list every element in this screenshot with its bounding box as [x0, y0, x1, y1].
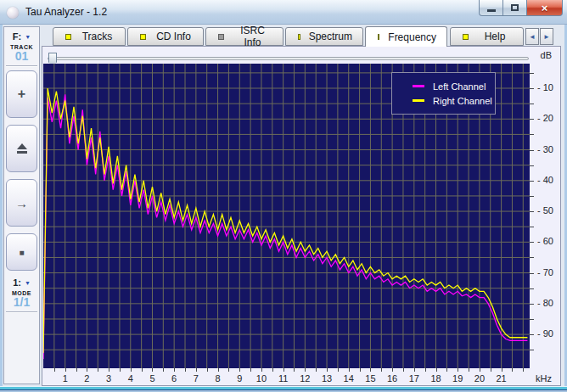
x-tick: [305, 368, 306, 372]
titlebar[interactable]: Tau Analyzer - 1.2 ×: [0, 0, 567, 25]
drive-selector-value: F:: [13, 31, 21, 42]
x-tick: [446, 368, 447, 372]
tab-tracks[interactable]: Tracks: [53, 27, 126, 46]
x-tick: [120, 368, 121, 372]
mode-value: 1/1: [4, 296, 39, 309]
y-tick-label: - 40: [537, 175, 561, 185]
x-tick-label: 1: [57, 373, 74, 384]
divider: [6, 65, 37, 67]
x-tick: [414, 368, 415, 372]
x-tick: [392, 368, 393, 372]
x-tick: [327, 368, 328, 372]
caption-buttons: ×: [479, 0, 563, 16]
tab-scroll-right-button[interactable]: ►: [540, 28, 553, 45]
tab-help[interactable]: Help: [450, 27, 524, 46]
x-tick: [523, 368, 524, 372]
x-tick: [512, 368, 513, 372]
tab-scroll-left-button[interactable]: ◄: [525, 28, 539, 45]
x-tick: [403, 368, 404, 372]
x-tick-label: 18: [428, 373, 445, 384]
next-button[interactable]: →: [6, 179, 37, 227]
y-tick-label: - 80: [537, 298, 561, 308]
x-tick-label: 9: [231, 373, 248, 384]
tab-bar: Tracks CD Info ISRC Info Spectrum Freque…: [42, 26, 561, 46]
x-tick: [54, 368, 55, 372]
add-track-button[interactable]: +: [6, 70, 37, 118]
x-tick: [436, 368, 437, 372]
x-tick-label: 14: [340, 373, 357, 384]
x-tick: [196, 368, 197, 372]
led-icon: [218, 34, 224, 40]
y-tick: [530, 227, 534, 227]
x-tick: [502, 368, 502, 372]
x-tick: [185, 368, 186, 372]
y-tick: [530, 304, 534, 305]
x-tick: [284, 368, 284, 372]
close-icon: ×: [542, 3, 548, 14]
x-tick: [316, 368, 317, 372]
window-title: Tau Analyzer - 1.2: [25, 6, 107, 18]
x-tick: [370, 368, 371, 372]
minimize-button[interactable]: [479, 0, 503, 16]
y-tick: [530, 350, 534, 350]
tab-cd-info[interactable]: CD Info: [127, 27, 204, 46]
tab-isrc-info[interactable]: ISRC Info: [205, 27, 284, 46]
y-tick-label: - 10: [537, 82, 561, 92]
stop-icon: ■: [19, 248, 24, 257]
y-tick-label: - 20: [537, 113, 561, 123]
right-arrow-icon: ►: [543, 33, 550, 41]
x-tick-label: 13: [318, 373, 335, 384]
led-icon: [378, 34, 379, 40]
x-tick: [76, 368, 77, 372]
sidebar: F: ▼ TRACK 01 + → ■ 1: ▼ MODE 1/1: [3, 26, 40, 384]
stop-button[interactable]: ■: [6, 233, 37, 271]
plus-icon: +: [18, 87, 25, 102]
x-tick: [65, 368, 66, 372]
x-tick: [480, 368, 480, 372]
y-tick: [530, 150, 534, 151]
series-right-channel: [43, 88, 527, 353]
led-icon: [65, 34, 71, 40]
x-tick-label: 2: [78, 373, 95, 384]
y-tick-label: - 90: [537, 328, 561, 339]
close-button[interactable]: ×: [526, 0, 563, 16]
x-tick-label: 20: [471, 373, 488, 384]
mode-selector-value: 1:: [13, 277, 21, 288]
y-tick: [530, 196, 534, 197]
x-tick-label: 3: [100, 373, 117, 384]
x-tick: [491, 368, 491, 372]
eject-button[interactable]: [6, 125, 37, 172]
x-tick: [272, 368, 273, 372]
maximize-button[interactable]: [503, 0, 526, 16]
x-tick: [142, 368, 143, 372]
x-axis: 123456789101112131415161718192021: [43, 368, 530, 387]
app-window: Tau Analyzer - 1.2 × F: ▼ TRACK 01 +: [0, 0, 567, 392]
slider-track[interactable]: [48, 57, 529, 60]
right-channel-swatch: [413, 99, 424, 102]
x-tick: [87, 368, 87, 372]
y-tick: [530, 134, 534, 135]
legend-label: Left Channel: [433, 81, 486, 92]
x-tick: [294, 368, 295, 372]
x-tick: [163, 368, 164, 372]
legend-item-right-channel: Right Channel: [413, 96, 495, 106]
x-tick: [458, 368, 458, 372]
x-tick: [469, 368, 469, 372]
y-tick-label: - 60: [537, 236, 561, 246]
x-tick-label: 21: [493, 373, 510, 384]
x-tick-label: 15: [362, 373, 379, 384]
drive-selector[interactable]: F: ▼: [4, 29, 39, 44]
y-tick: [530, 165, 534, 166]
mode-selector[interactable]: 1: ▼: [4, 275, 39, 290]
y-tick: [530, 73, 534, 74]
y-tick: [530, 181, 534, 182]
x-tick-label: 16: [384, 373, 401, 384]
window-border-left: [0, 25, 3, 386]
left-channel-swatch: [413, 85, 424, 87]
x-tick: [381, 368, 382, 372]
x-tick-label: 5: [143, 373, 160, 384]
x-tick: [131, 368, 132, 372]
tab-spectrum[interactable]: Spectrum: [285, 27, 363, 46]
tab-frequency[interactable]: Frequency: [365, 26, 447, 47]
y-tick: [530, 273, 534, 274]
